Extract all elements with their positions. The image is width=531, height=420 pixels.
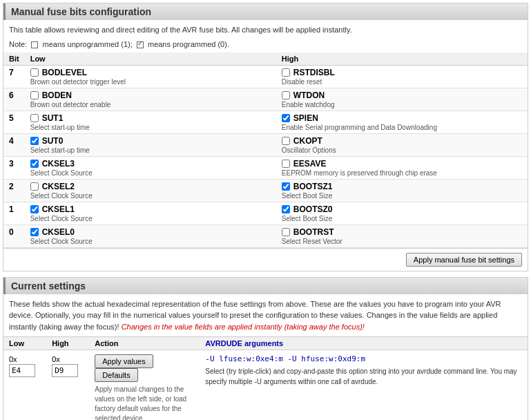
high-fuse-desc: Select Boot Size xyxy=(282,192,522,200)
high-fuse-checkbox[interactable] xyxy=(282,137,290,145)
high-fuse-cell: BOOTSZ0Select Boot Size xyxy=(276,202,528,225)
table-row: 0CKSEL0Select Clock SourceBOOTRSTSelect … xyxy=(3,225,528,247)
fuse-bits-description: This table allows reviewing and direct e… xyxy=(3,20,528,39)
high-fuse-checkbox[interactable] xyxy=(282,114,290,122)
col-high-header: High xyxy=(46,337,89,350)
table-row: 5SUT1Select start-up timeSPIENEnable Ser… xyxy=(3,111,528,133)
low-fuse-desc: Select Clock Source xyxy=(30,169,271,177)
high-fuse-cell: RSTDISBLDisable reset xyxy=(276,65,528,88)
table-row: 3CKSEL3Select Clock SourceEESAVEEEPROM m… xyxy=(3,156,528,179)
bit-cell: 2 xyxy=(3,179,25,202)
low-fuse-name: SUT0 xyxy=(42,136,64,146)
high-fuse-name: CKOPT xyxy=(293,136,322,146)
fuse-table-header: Bit Low High xyxy=(3,52,528,66)
bit-cell: 7 xyxy=(3,65,25,88)
low-fuse-cell: BODENBrown out detector enable xyxy=(25,88,276,111)
low-fuse-cell: CKSEL1Select Clock Source xyxy=(25,202,276,225)
low-hex-input[interactable] xyxy=(9,364,35,377)
low-fuse-desc: Brown out detector trigger level xyxy=(30,78,271,86)
low-value-cell: 0x xyxy=(3,350,46,420)
bit-cell: 5 xyxy=(3,111,25,133)
high-fuse-desc: EEPROM memory is preserved through chip … xyxy=(282,169,522,177)
low-fuse-checkbox[interactable] xyxy=(30,160,39,168)
high-fuse-name: BOOTRST xyxy=(293,227,334,237)
table-row: 4SUT0Select start-up timeCKOPTOscillator… xyxy=(3,133,528,156)
high-fuse-desc: Enable watchdog xyxy=(282,101,522,108)
note-unchecked-icon xyxy=(31,41,38,48)
low-fuse-name: CKSEL1 xyxy=(42,204,75,214)
low-fuse-name: CKSEL0 xyxy=(42,227,75,237)
high-fuse-checkbox[interactable] xyxy=(282,228,290,236)
defaults-button[interactable]: Defaults xyxy=(95,368,137,382)
apply-fuse-row: Apply manual fuse bit settings xyxy=(3,248,528,271)
low-fuse-desc: Brown out detector enable xyxy=(30,101,271,108)
bit-cell: 4 xyxy=(3,133,25,156)
low-fuse-desc: Select Clock Source xyxy=(30,192,271,200)
low-fuse-name: BODEN xyxy=(42,90,72,100)
high-value-cell: 0x xyxy=(46,350,89,420)
col-avrdude-header: AVRDUDE arguments xyxy=(200,337,528,350)
low-fuse-name: CKSEL2 xyxy=(42,182,75,191)
low-fuse-checkbox[interactable] xyxy=(30,114,39,122)
current-desc-highlight: Changes in the value fields are applied … xyxy=(122,323,365,331)
avrdude-cell: -U lfuse:w:0xe4:m -U hfuse:w:0xd9:m Sele… xyxy=(200,350,528,420)
low-fuse-desc: Select Clock Source xyxy=(30,238,271,245)
action-description: Apply manual changes to the values on th… xyxy=(95,385,194,420)
high-fuse-name: EESAVE xyxy=(293,159,327,169)
high-fuse-cell: SPIENEnable Serial programming and Data … xyxy=(276,111,528,133)
high-fuse-cell: BOOTRSTSelect Reset Vector xyxy=(276,225,528,247)
col-action-header: Action xyxy=(89,337,200,350)
col-bit: Bit xyxy=(3,52,25,66)
fuse-bits-table: Bit Low High 7BODLEVELBrown out detector… xyxy=(3,52,528,248)
low-fuse-checkbox[interactable] xyxy=(30,228,39,236)
high-prefix: 0x xyxy=(52,355,60,363)
current-settings-section: Current settings These fields show the a… xyxy=(3,277,528,420)
high-fuse-cell: EESAVEEEPROM memory is preserved through… xyxy=(276,156,528,179)
low-fuse-checkbox[interactable] xyxy=(30,137,39,145)
section-title-fuse-bits: Manual fuse bits configuration xyxy=(3,3,528,20)
high-fuse-checkbox[interactable] xyxy=(282,205,290,213)
values-row: 0x 0x Apply values Defaults Apply manual… xyxy=(3,350,528,420)
low-fuse-cell: SUT0Select start-up time xyxy=(25,133,276,156)
bit-cell: 0 xyxy=(3,225,25,247)
bit-cell: 6 xyxy=(3,88,25,111)
low-fuse-name: BODLEVEL xyxy=(42,68,87,77)
bit-cell: 3 xyxy=(3,156,25,179)
fuse-bits-note: Note: means unprogrammed (1); means prog… xyxy=(3,39,528,52)
high-fuse-name: BOOTSZ1 xyxy=(293,182,333,191)
low-fuse-cell: CKSEL2Select Clock Source xyxy=(25,179,276,202)
low-prefix: 0x xyxy=(9,355,17,363)
high-fuse-desc: Select Boot Size xyxy=(282,215,522,222)
values-table: Low High Action AVRDUDE arguments 0x 0x … xyxy=(3,336,528,420)
low-fuse-name: CKSEL3 xyxy=(42,159,75,169)
apply-values-button[interactable]: Apply values xyxy=(95,354,153,368)
action-cell: Apply values Defaults Apply manual chang… xyxy=(89,350,200,420)
high-hex-input[interactable] xyxy=(52,364,78,377)
low-fuse-checkbox[interactable] xyxy=(30,91,39,99)
high-fuse-checkbox[interactable] xyxy=(282,91,290,99)
high-fuse-name: BOOTSZ0 xyxy=(293,204,333,214)
high-fuse-checkbox[interactable] xyxy=(282,160,290,168)
low-fuse-checkbox[interactable] xyxy=(30,182,39,191)
high-fuse-desc: Select Reset Vector xyxy=(282,238,522,245)
low-fuse-desc: Select start-up time xyxy=(30,124,271,131)
high-fuse-checkbox[interactable] xyxy=(282,68,290,77)
fuse-table-body: 7BODLEVELBrown out detector trigger leve… xyxy=(3,65,528,247)
low-fuse-cell: CKSEL0Select Clock Source xyxy=(25,225,276,247)
high-fuse-desc: Disable reset xyxy=(282,78,522,86)
bit-cell: 1 xyxy=(3,202,25,225)
low-fuse-checkbox[interactable] xyxy=(30,205,39,213)
avrdude-command[interactable]: -U lfuse:w:0xe4:m -U hfuse:w:0xd9:m xyxy=(205,354,522,363)
note-checked-icon xyxy=(137,41,144,48)
col-low: Low xyxy=(25,52,276,66)
low-fuse-cell: CKSEL3Select Clock Source xyxy=(25,156,276,179)
high-fuse-desc: Oscillator Options xyxy=(282,146,522,154)
high-fuse-cell: WTDONEnable watchdog xyxy=(276,88,528,111)
low-fuse-checkbox[interactable] xyxy=(30,68,39,77)
high-fuse-checkbox[interactable] xyxy=(282,182,290,191)
col-low-header: Low xyxy=(3,337,46,350)
table-row: 2CKSEL2Select Clock SourceBOOTSZ1Select … xyxy=(3,179,528,202)
apply-fuse-button[interactable]: Apply manual fuse bit settings xyxy=(406,253,522,267)
section-title-current: Current settings xyxy=(3,278,528,294)
high-fuse-cell: CKOPTOscillator Options xyxy=(276,133,528,156)
